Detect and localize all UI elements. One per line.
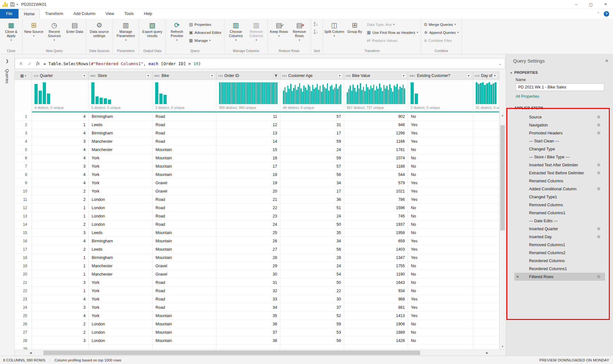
table-cell[interactable]: 1755 (344, 262, 408, 270)
table-cell[interactable]: 24 (280, 212, 344, 220)
table-cell[interactable] (473, 237, 499, 245)
table-cell[interactable]: 2 (32, 195, 89, 203)
table-cell[interactable]: 54 (280, 270, 344, 278)
table-cell[interactable]: 57 (280, 112, 344, 120)
table-cell[interactable]: No (408, 204, 473, 212)
table-cell[interactable]: Yes (408, 179, 473, 187)
table-cell[interactable]: Mountain (153, 245, 216, 253)
table-cell[interactable]: 25 (216, 229, 280, 237)
table-cell[interactable]: 881 (344, 303, 408, 311)
table-cell[interactable] (473, 154, 499, 162)
table-cell[interactable]: 1296 (344, 129, 408, 137)
table-cell[interactable] (473, 345, 499, 349)
new-source-button[interactable]: ⊞ New Source▾ (24, 19, 44, 48)
table-cell[interactable]: 37 (280, 303, 344, 311)
table-cell[interactable]: York (89, 287, 153, 295)
table-cell[interactable]: 1643 (344, 278, 408, 286)
table-cell[interactable]: Mountain (153, 154, 216, 162)
merge-queries-button[interactable]: ⧉ Merge Queries▾ (422, 20, 460, 28)
applied-steps-section-header[interactable]: ▴ APPLIED STEPS (506, 106, 613, 110)
column-header-bike-value[interactable]: 123Bike Value▼ (344, 72, 408, 80)
table-cell[interactable]: 1 (32, 287, 89, 295)
table-cell[interactable]: 56 (280, 171, 344, 178)
table-cell[interactable]: 1 (32, 212, 89, 220)
table-cell[interactable]: 745 (344, 212, 408, 220)
table-cell[interactable] (216, 345, 280, 349)
table-cell[interactable]: Yes (408, 237, 473, 245)
applied-step-added-conditional-column[interactable]: ✕Added Conditional Column⚙ (514, 185, 605, 193)
table-cell[interactable]: 1781 (344, 146, 408, 154)
table-cell[interactable]: Yes (408, 137, 473, 145)
table-cell[interactable]: 4 (32, 237, 89, 245)
scroll-up-icon[interactable]: ▲ (500, 112, 505, 118)
table-cell[interactable]: No (408, 320, 473, 328)
scroll-left-icon[interactable]: ◀ (27, 350, 34, 356)
table-cell[interactable]: 1426 (344, 337, 408, 345)
recent-sources-button[interactable]: ◷ Recent Sources▾ (44, 19, 64, 48)
table-cell[interactable]: Birmingham (89, 254, 153, 262)
applied-step--store-bike-type-[interactable]: ✕--- Store / Bike Type --- (514, 153, 605, 161)
horizontal-scrollbar[interactable]: ◀ ▶ (15, 349, 505, 356)
tab-help[interactable]: Help (139, 9, 157, 19)
table-cell[interactable]: 544 (344, 171, 408, 178)
filter-dropdown-icon[interactable]: ▼ (492, 73, 497, 78)
step-settings-gear-icon[interactable]: ⚙ (597, 186, 601, 191)
table-cell[interactable]: 56 (280, 245, 344, 253)
formula-input[interactable]: = Table.SelectRows(#"Reordered Columns1"… (43, 61, 496, 66)
formula-cancel-icon[interactable]: ✕ (19, 61, 23, 67)
table-cell[interactable] (473, 287, 499, 295)
table-cell[interactable]: 34 (216, 303, 280, 311)
step-settings-gear-icon[interactable]: ⚙ (597, 234, 601, 239)
table-cell[interactable]: Yes (408, 303, 473, 311)
properties-button[interactable]: ▤ Properties (187, 20, 223, 28)
table-cell[interactable]: 4 (32, 312, 89, 320)
table-cell[interactable]: Yes (408, 129, 473, 137)
table-cell[interactable]: 2 (32, 187, 89, 195)
applied-step-reordered-columns1[interactable]: ✕Reordered Columns1 (514, 265, 605, 273)
manage-button[interactable]: ▦ Manage▾ (187, 36, 223, 44)
filter-dropdown-icon[interactable]: ▼ (82, 73, 87, 78)
table-cell[interactable]: 579 (344, 179, 408, 187)
table-cell[interactable]: Mountain (153, 328, 216, 336)
table-cell[interactable]: 32 (216, 287, 280, 295)
table-cell[interactable]: York (89, 295, 153, 303)
table-cell[interactable]: 11 (216, 112, 280, 120)
table-cell[interactable]: Mountain (153, 312, 216, 320)
filter-dropdown-icon[interactable]: ▼ (209, 73, 215, 78)
table-cell[interactable] (473, 254, 499, 262)
table-cell[interactable] (473, 328, 499, 336)
table-cell[interactable]: London (89, 204, 153, 212)
save-icon[interactable] (10, 2, 15, 7)
advanced-editor-button[interactable]: ▣ Advanced Editor (187, 28, 223, 36)
applied-step-inserted-text-after-delimiter[interactable]: ✕Inserted Text After Delimiter⚙ (514, 161, 605, 169)
table-cell[interactable]: 1 (32, 121, 89, 129)
column-header-day-of-month[interactable]: 123Day of Month▼ (473, 72, 499, 80)
applied-step-source[interactable]: ✕Source⚙ (514, 113, 605, 121)
table-cell[interactable]: 17 (280, 187, 344, 195)
table-cell[interactable]: 1 (32, 262, 89, 270)
vertical-scrollbar[interactable]: ▲ ▼ (499, 112, 505, 349)
table-cell[interactable]: No (408, 270, 473, 278)
table-cell[interactable]: 33 (216, 295, 280, 303)
table-cell[interactable]: 30 (280, 295, 344, 303)
table-cell[interactable]: York (89, 312, 153, 320)
table-cell[interactable]: No (408, 262, 473, 270)
table-cell[interactable]: 34 (280, 179, 344, 187)
table-cell[interactable]: Road (153, 295, 216, 303)
delete-step-icon[interactable]: ✕ (516, 275, 519, 278)
table-cell[interactable] (32, 345, 89, 349)
table-cell[interactable] (473, 270, 499, 278)
table-cell[interactable]: 28 (280, 254, 344, 262)
table-cell[interactable]: 1188 (344, 162, 408, 170)
table-cell[interactable]: 1 (32, 270, 89, 278)
applied-step-removed-columns[interactable]: ✕Removed Columns (514, 201, 605, 209)
table-cell[interactable]: 52 (280, 312, 344, 320)
table-cell[interactable]: Mountain (153, 171, 216, 178)
table-cell[interactable]: 59 (280, 154, 344, 162)
table-cell[interactable]: 4 (32, 154, 89, 162)
table-cell[interactable]: 36 (216, 320, 280, 328)
table-cell[interactable]: 21 (216, 195, 280, 203)
table-cell[interactable]: Mountain (153, 146, 216, 154)
applied-step-inserted-day[interactable]: ✕Inserted Day⚙ (514, 233, 605, 241)
table-cell[interactable]: London (89, 337, 153, 345)
